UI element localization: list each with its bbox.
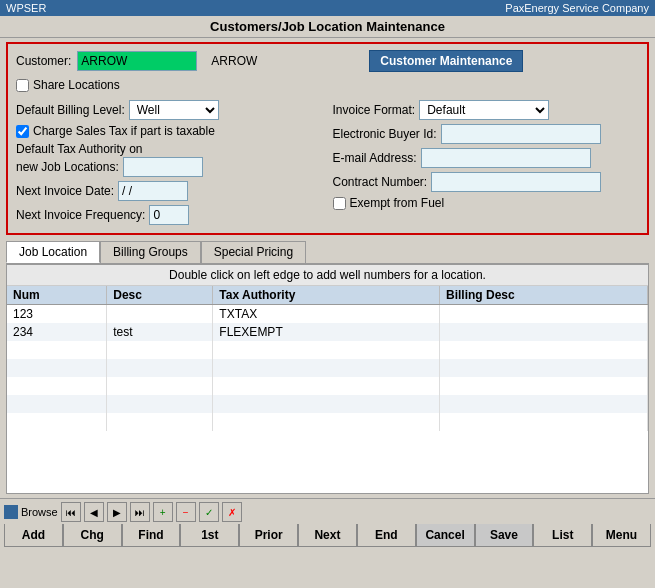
action-buttons-bar: Add Chg Find 1st Prior Next End Cancel S… [4,524,651,547]
charge-sales-tax-checkbox[interactable] [16,125,29,138]
app-name: WPSER [6,2,46,14]
col-num: Num [7,286,107,305]
tax-authority-input[interactable] [123,157,203,177]
title-bar: WPSER PaxEnergy Service Company [0,0,655,16]
company-name: PaxEnergy Service Company [505,2,649,14]
next-button[interactable]: Next [298,524,357,547]
table-row-empty [7,395,648,413]
table-section: Double click on left edge to add well nu… [6,264,649,494]
cell-desc [107,305,213,324]
table-row-empty [7,341,648,359]
menu-button[interactable]: Menu [592,524,651,547]
charge-sales-tax-row: Charge Sales Tax if part is taxable [16,124,323,138]
customer-input[interactable] [77,51,197,71]
col-billing-desc: Billing Desc [440,286,648,305]
tax-authority-row: Default Tax Authority on new Job Locatio… [16,142,323,177]
tax-authority-label2: new Job Locations: [16,160,119,174]
nav-delete-button[interactable]: − [176,502,196,522]
list-button[interactable]: List [533,524,592,547]
tab-bar: Job Location Billing Groups Special Pric… [6,241,649,264]
browse-label: Browse [21,506,58,518]
next-invoice-freq-input[interactable] [149,205,189,225]
next-invoice-freq-row: Next Invoice Frequency: [16,205,323,225]
end-button[interactable]: End [357,524,416,547]
cell-billing-desc [440,305,648,324]
table-header-row: Num Desc Tax Authority Billing Desc [7,286,648,305]
cell-tax-authority: FLEXEMPT [213,323,440,341]
exempt-fuel-label[interactable]: Exempt from Fuel [333,196,445,210]
electronic-buyer-input[interactable] [441,124,601,144]
billing-level-label: Default Billing Level: [16,103,125,117]
contract-number-input[interactable] [431,172,601,192]
share-locations-label[interactable]: Share Locations [16,78,120,92]
next-invoice-date-row: Next Invoice Date: [16,181,323,201]
first-button[interactable]: 1st [180,524,239,547]
cell-num: 234 [7,323,107,341]
add-button[interactable]: Add [4,524,63,547]
bottom-toolbar: Browse ⏮ ◀ ▶ ⏭ + − ✓ ✗ Add Chg Find 1st … [0,498,655,550]
job-location-table: Num Desc Tax Authority Billing Desc 123 … [7,286,648,431]
email-label: E-mail Address: [333,151,417,165]
customer-row: Customer: ARROW Customer Maintenance [16,50,639,72]
cell-billing-desc [440,323,648,341]
browse-icon [4,505,18,519]
invoice-format-row: Invoice Format: Default Custom [333,100,640,120]
col-desc: Desc [107,286,213,305]
billing-level-select[interactable]: Well Job Location Customer [129,100,219,120]
tax-authority-label1: Default Tax Authority on [16,142,203,156]
electronic-buyer-label: Electronic Buyer Id: [333,127,437,141]
table-row-empty [7,413,648,431]
left-column: Default Billing Level: Well Job Location… [16,100,323,227]
nav-toolbar: Browse ⏮ ◀ ▶ ⏭ + − ✓ ✗ [4,502,651,522]
right-column: Invoice Format: Default Custom Electroni… [333,100,640,227]
charge-sales-tax-label[interactable]: Charge Sales Tax if part is taxable [16,124,215,138]
invoice-format-label: Invoice Format: [333,103,416,117]
tab-billing-groups[interactable]: Billing Groups [100,241,201,263]
next-invoice-freq-label: Next Invoice Frequency: [16,208,145,222]
tab-job-location[interactable]: Job Location [6,241,100,263]
customer-label: Customer: [16,54,71,68]
email-input[interactable] [421,148,591,168]
cell-desc: test [107,323,213,341]
nav-next-button[interactable]: ▶ [107,502,127,522]
table-row-empty [7,377,648,395]
nav-prev-button[interactable]: ◀ [84,502,104,522]
save-button[interactable]: Save [475,524,534,547]
page-title: Customers/Job Location Maintenance [0,16,655,38]
cancel-button[interactable]: Cancel [416,524,475,547]
contract-number-label: Contract Number: [333,175,428,189]
chg-button[interactable]: Chg [63,524,122,547]
nav-last-button[interactable]: ⏭ [130,502,150,522]
col-tax-authority: Tax Authority [213,286,440,305]
exempt-fuel-row: Exempt from Fuel [333,196,640,210]
customer-maintenance-button[interactable]: Customer Maintenance [369,50,523,72]
electronic-buyer-row: Electronic Buyer Id: [333,124,640,144]
nav-add-button[interactable]: + [153,502,173,522]
cell-tax-authority: TXTAX [213,305,440,324]
share-locations-checkbox[interactable] [16,79,29,92]
next-invoice-date-input[interactable] [118,181,188,201]
email-row: E-mail Address: [333,148,640,168]
form-grid: Default Billing Level: Well Job Location… [16,100,639,227]
customer-section: Customer: ARROW Customer Maintenance Sha… [6,42,649,235]
next-invoice-date-label: Next Invoice Date: [16,184,114,198]
table-info: Double click on left edge to add well nu… [7,265,648,286]
nav-cancel-button[interactable]: ✗ [222,502,242,522]
nav-confirm-button[interactable]: ✓ [199,502,219,522]
table-row-empty [7,359,648,377]
share-locations-row: Share Locations [16,78,639,92]
exempt-fuel-checkbox[interactable] [333,197,346,210]
contract-number-row: Contract Number: [333,172,640,192]
nav-first-button[interactable]: ⏮ [61,502,81,522]
tab-special-pricing[interactable]: Special Pricing [201,241,306,263]
find-button[interactable]: Find [122,524,181,547]
cell-num: 123 [7,305,107,324]
main-content: Customer: ARROW Customer Maintenance Sha… [0,38,655,498]
prior-button[interactable]: Prior [239,524,298,547]
table-row[interactable]: 123 TXTAX [7,305,648,324]
billing-level-row: Default Billing Level: Well Job Location… [16,100,323,120]
table-row[interactable]: 234 test FLEXEMPT [7,323,648,341]
customer-name-display: ARROW [203,54,363,68]
invoice-format-select[interactable]: Default Custom [419,100,549,120]
